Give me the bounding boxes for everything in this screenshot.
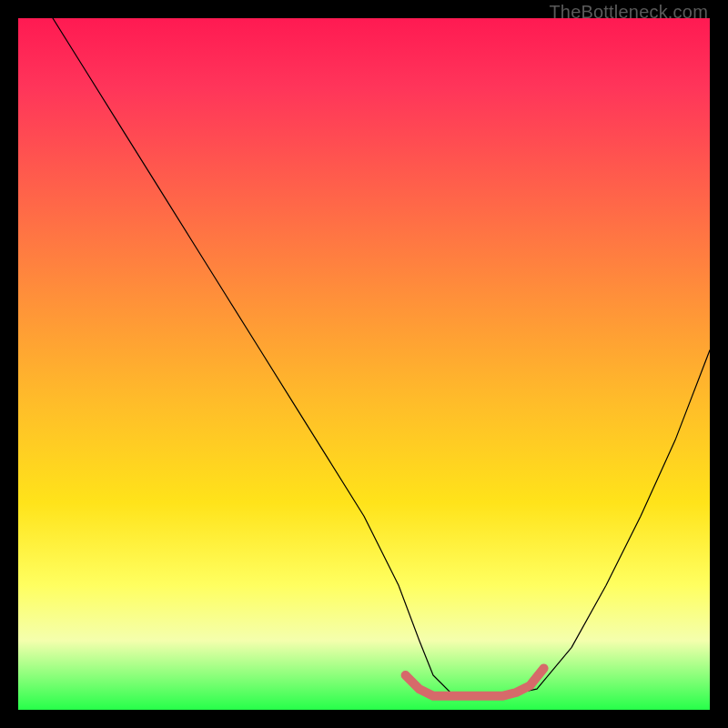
bottleneck-curve [53, 18, 710, 696]
chart-svg [18, 18, 710, 710]
plot-area [18, 18, 710, 710]
chart-stage: TheBottleneck.com [0, 0, 728, 728]
optimum-highlight [406, 668, 544, 695]
